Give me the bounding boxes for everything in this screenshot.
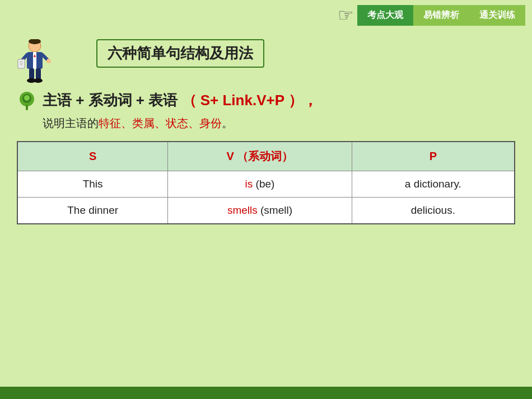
table-header-row: S V （系动词） P [17, 142, 515, 171]
table-row: The dinner smells (smell) delicious. [17, 198, 515, 224]
svg-point-8 [46, 59, 51, 63]
teacher-figure [17, 39, 55, 90]
row2-v-black: (smell) [260, 204, 292, 216]
svg-point-19 [24, 95, 30, 101]
col-header-s: S [17, 142, 168, 171]
bottom-bar [0, 387, 532, 399]
row1-p: a dictionary. [352, 171, 515, 198]
formula-text: 主语 + 系动词 + 表语 （ S+ Link.V+P ）， [43, 90, 318, 110]
pin-icon [17, 91, 37, 111]
svg-point-12 [34, 78, 43, 83]
svg-rect-20 [26, 105, 28, 110]
table-row: This is (be) a dictionary. [17, 171, 515, 198]
col-header-v: V （系动词） [168, 142, 352, 171]
row1-v: is (be) [168, 171, 352, 198]
row1-v-black: (be) [256, 178, 275, 190]
grammar-table: S V （系动词） P This is (be) a dictionary. T… [17, 141, 515, 224]
svg-rect-13 [18, 59, 25, 68]
tab-tongguan[interactable]: 通关训练 [469, 5, 525, 26]
formula-english: （ S+ Link.V+P ）， [182, 92, 318, 109]
top-nav: ☞ 考点大观 易错辨析 通关训练 [331, 0, 532, 30]
row1-v-red: is [245, 178, 253, 190]
formula-label: 主语 + 系动词 + 表语 [43, 92, 178, 109]
subtitle-highlight: 特征、类属、状态、身份 [99, 117, 222, 129]
tab-yicuo[interactable]: 易错辨析 [413, 5, 469, 26]
row2-v-red: smells [227, 204, 258, 216]
page-title: 六种简单句结构及用法 [96, 39, 264, 68]
subtitle-row: 说明主语的特征、类属、状态、身份。 [43, 116, 515, 131]
main-content: 六种简单句结构及用法 主语 + 系动词 + 表语 （ S+ Link.V+P ）… [17, 39, 515, 382]
subtitle-suffix: 。 [222, 117, 233, 129]
col-header-p: P [352, 142, 515, 171]
row2-p: delicious. [352, 198, 515, 224]
pointing-hand-icon: ☞ [338, 4, 354, 26]
row2-s: The dinner [17, 198, 168, 224]
tab-kaodian[interactable]: 考点大观 [357, 5, 413, 26]
subtitle-prefix: 说明主语的 [43, 117, 99, 129]
formula-row: 主语 + 系动词 + 表语 （ S+ Link.V+P ）， [17, 90, 515, 111]
row1-s: This [17, 171, 168, 198]
row2-v: smells (smell) [168, 198, 352, 224]
